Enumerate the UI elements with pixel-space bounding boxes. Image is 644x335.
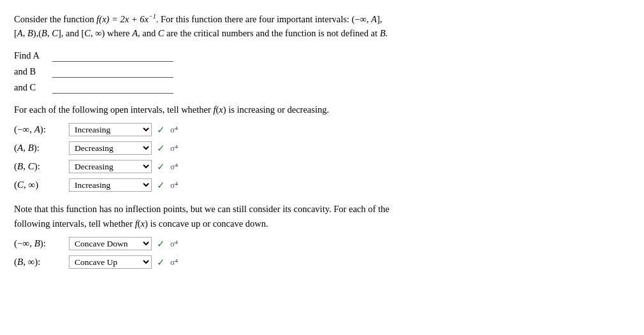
find-c-label: and C xyxy=(14,82,52,93)
intro-text: Consider the function f(x) = 2x + 6x−1. … xyxy=(14,11,630,41)
check-icon-2: ✓ xyxy=(157,143,165,154)
sigma-icon-3: σ⁴ xyxy=(170,162,178,172)
interval-row-2: (A, B): Increasing Decreasing ✓ σ⁴ xyxy=(14,141,630,155)
concavity-row-2: (B, ∞): Concave Up Concave Down ✓ σ⁴ xyxy=(14,255,630,269)
find-b-label: and B xyxy=(14,66,52,77)
find-c-row: and C xyxy=(14,82,630,94)
concavity-select-1[interactable]: Concave Up Concave Down xyxy=(69,237,152,250)
interval-select-3[interactable]: Increasing Decreasing xyxy=(69,160,152,173)
interval-row-4: (C, ∞) Increasing Decreasing ✓ σ⁴ xyxy=(14,178,630,192)
check-icon-3: ✓ xyxy=(157,161,165,173)
interval-label-3: (B, C): xyxy=(14,161,65,172)
interval-select-1[interactable]: Increasing Decreasing xyxy=(69,123,152,136)
function-expression: f(x) = 2x + 6x−1 xyxy=(96,14,156,24)
interval-row-3: (B, C): Increasing Decreasing ✓ σ⁴ xyxy=(14,160,630,173)
concavity-sigma-2: σ⁴ xyxy=(170,257,178,267)
concavity-check-1: ✓ xyxy=(157,238,165,250)
find-a-input[interactable] xyxy=(52,50,173,62)
concavity-select-2[interactable]: Concave Up Concave Down xyxy=(69,255,152,269)
interval-label-4: (C, ∞) xyxy=(14,180,65,190)
interval-label-2: (A, B): xyxy=(14,143,65,153)
check-icon-4: ✓ xyxy=(157,180,165,191)
find-a-label: Find A xyxy=(14,50,52,61)
interval-select-2[interactable]: Increasing Decreasing xyxy=(69,141,152,155)
concavity-label-2: (B, ∞): xyxy=(14,257,65,267)
concavity-sigma-1: σ⁴ xyxy=(170,239,178,249)
inc-dec-prompt: For each of the following open intervals… xyxy=(14,103,630,117)
concavity-check-2: ✓ xyxy=(157,257,165,268)
sigma-icon-4: σ⁴ xyxy=(170,180,178,190)
concavity-label-1: (−∞, B): xyxy=(14,238,65,249)
interval-label-1: (−∞, A): xyxy=(14,124,65,135)
concavity-row-1: (−∞, B): Concave Up Concave Down ✓ σ⁴ xyxy=(14,237,630,250)
find-b-row: and B xyxy=(14,66,630,78)
concavity-note: Note that this function has no inflectio… xyxy=(14,202,630,231)
find-a-row: Find A xyxy=(14,50,630,62)
sigma-icon-1: σ⁴ xyxy=(170,125,178,135)
find-b-input[interactable] xyxy=(52,66,173,78)
check-icon-1: ✓ xyxy=(157,124,165,136)
interval-select-4[interactable]: Increasing Decreasing xyxy=(69,178,152,192)
find-c-input[interactable] xyxy=(52,82,173,94)
interval-row-1: (−∞, A): Increasing Decreasing ✓ σ⁴ xyxy=(14,123,630,136)
sigma-icon-2: σ⁴ xyxy=(170,143,178,153)
